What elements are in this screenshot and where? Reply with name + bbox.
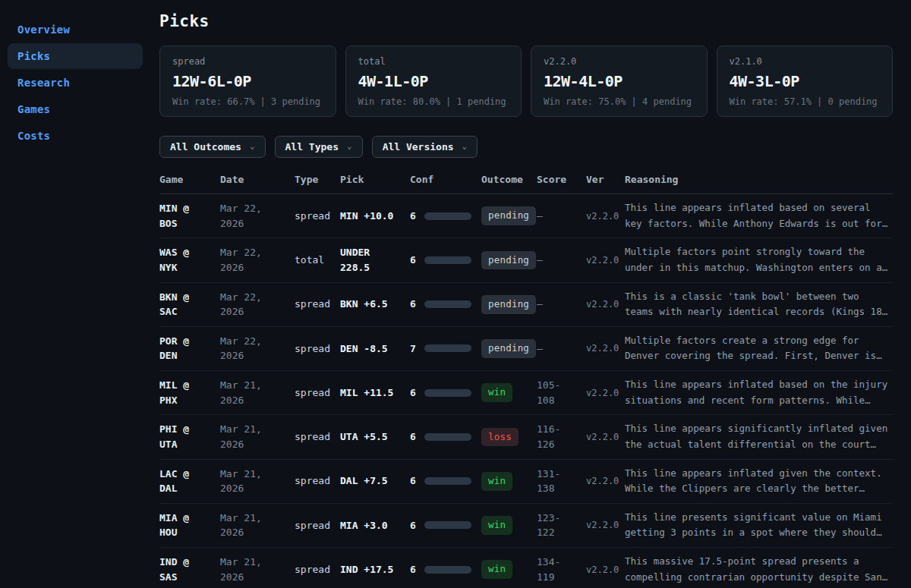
- cell-game: LAC @ DAL: [159, 467, 220, 496]
- cell-type: spread: [295, 385, 340, 401]
- stat-card-value: 4W-3L-0P: [730, 72, 881, 90]
- column-header-score: Score: [537, 174, 586, 185]
- conf-value: 6: [410, 429, 416, 445]
- cell-type: spread: [295, 209, 340, 224]
- cell-version: v2.2.0: [586, 386, 625, 400]
- table-row[interactable]: PHI @ UTA Mar 21, 2026 spread UTA +5.5 6…: [159, 415, 893, 459]
- cell-outcome: win: [481, 560, 537, 579]
- stat-card-value: 4W-1L-0P: [358, 72, 509, 90]
- table-row[interactable]: WAS @ NYK Mar 22, 2026 total UNDER 228.5…: [159, 238, 893, 282]
- table-row[interactable]: LAC @ DAL Mar 21, 2026 spread DAL +7.5 6…: [159, 460, 893, 504]
- types-filter[interactable]: All Types ⌄: [275, 136, 363, 158]
- cell-reasoning: This line presents significant value on …: [625, 510, 893, 541]
- column-header-game: Game: [159, 174, 220, 185]
- stat-card: spread 12W-6L-0P Win rate: 66.7% | 3 pen…: [159, 46, 336, 117]
- cell-score: 116-126: [537, 422, 586, 451]
- conf-value: 6: [410, 562, 416, 577]
- conf-bar: [424, 433, 471, 441]
- stat-card-label: v2.1.0: [730, 56, 881, 67]
- cell-score: 105-108: [537, 378, 586, 407]
- cell-game: IND @ SAS: [159, 555, 220, 584]
- cell-type: spread: [295, 562, 340, 577]
- cell-score: 123-122: [537, 511, 586, 540]
- stat-card-label: v2.2.0: [544, 56, 695, 67]
- cell-reasoning: This line appears inflated given the con…: [625, 466, 893, 497]
- stat-card: v2.2.0 12W-4L-0P Win rate: 75.0% | 4 pen…: [531, 46, 708, 117]
- cell-date: Mar 21, 2026: [220, 378, 295, 407]
- cell-conf: 7: [410, 341, 481, 357]
- cell-conf: 6: [410, 297, 481, 312]
- cell-type: spread: [295, 518, 340, 533]
- table-row[interactable]: POR @ DEN Mar 22, 2026 spread DEN -8.5 7…: [159, 327, 893, 371]
- conf-bar: [424, 212, 471, 220]
- versions-filter[interactable]: All Versions ⌄: [372, 136, 478, 158]
- cell-version: v2.2.0: [586, 563, 625, 577]
- stat-card-subtext: Win rate: 80.0% | 1 pending: [358, 96, 509, 107]
- cell-outcome: pending: [481, 251, 537, 270]
- cell-pick: UNDER 228.5: [340, 245, 410, 275]
- cell-game: PHI @ UTA: [159, 422, 220, 451]
- table-row[interactable]: MIA @ HOU Mar 21, 2026 spread MIA +3.0 6…: [159, 504, 893, 548]
- stat-card-value: 12W-4L-0P: [544, 72, 695, 90]
- cell-conf: 6: [410, 209, 481, 224]
- cell-conf: 6: [410, 518, 481, 533]
- main-content: Picks spread 12W-6L-0P Win rate: 66.7% |…: [150, 0, 911, 588]
- cell-reasoning: This line appears inflated based on seve…: [625, 200, 893, 231]
- cell-pick: UTA +5.5: [340, 429, 410, 445]
- stat-cards: spread 12W-6L-0P Win rate: 66.7% | 3 pen…: [159, 46, 893, 117]
- outcome-badge: win: [481, 383, 512, 402]
- table-body: MIN @ BOS Mar 22, 2026 spread MIN +10.0 …: [159, 194, 893, 588]
- cell-date: Mar 22, 2026: [220, 290, 295, 319]
- cell-type: spread: [295, 297, 340, 312]
- cell-score: –: [537, 297, 586, 312]
- stat-card: v2.1.0 4W-3L-0P Win rate: 57.1% | 0 pend…: [717, 46, 894, 117]
- cell-date: Mar 22, 2026: [220, 334, 295, 363]
- cell-game: BKN @ SAC: [159, 290, 220, 319]
- stat-card-value: 12W-6L-0P: [172, 72, 323, 90]
- cell-pick: DAL +7.5: [340, 473, 410, 489]
- cell-conf: 6: [410, 429, 481, 445]
- cell-reasoning: This is a classic 'tank bowl' between tw…: [625, 289, 893, 320]
- cell-outcome: win: [481, 472, 537, 491]
- cell-reasoning: Multiple factors create a strong edge fo…: [625, 333, 893, 364]
- cell-version: v2.2.0: [586, 518, 625, 532]
- chevron-down-icon: ⌄: [462, 141, 468, 151]
- conf-bar: [424, 521, 471, 529]
- outcome-badge: loss: [481, 428, 519, 447]
- cell-date: Mar 21, 2026: [220, 555, 295, 584]
- cell-outcome: pending: [481, 206, 537, 225]
- conf-bar: [424, 256, 471, 264]
- cell-outcome: win: [481, 516, 537, 535]
- cell-version: v2.2.0: [586, 430, 625, 444]
- table-row[interactable]: IND @ SAS Mar 21, 2026 spread IND +17.5 …: [159, 548, 893, 588]
- cell-pick: BKN +6.5: [340, 297, 410, 312]
- cell-score: –: [537, 253, 586, 268]
- app-root: OverviewPicksResearchGamesCosts Picks sp…: [0, 0, 911, 588]
- conf-bar: [424, 300, 471, 308]
- sidebar-item-costs[interactable]: Costs: [8, 123, 143, 149]
- table-row[interactable]: MIN @ BOS Mar 22, 2026 spread MIN +10.0 …: [159, 194, 893, 238]
- sidebar-item-research[interactable]: Research: [8, 70, 143, 96]
- cell-game: WAS @ NYK: [159, 245, 220, 275]
- cell-pick: MIA +3.0: [340, 518, 410, 533]
- cell-version: v2.2.0: [586, 209, 625, 223]
- conf-bar: [424, 344, 471, 352]
- cell-game: MIL @ PHX: [159, 378, 220, 407]
- table-row[interactable]: MIL @ PHX Mar 21, 2026 spread MIL +11.5 …: [159, 371, 893, 415]
- picks-table: GameDateTypePickConfOutcomeScoreVerReaso…: [159, 167, 893, 588]
- conf-value: 6: [410, 209, 416, 224]
- sidebar-item-overview[interactable]: Overview: [8, 17, 143, 42]
- cell-conf: 6: [410, 253, 481, 268]
- sidebar-nav: OverviewPicksResearchGamesCosts: [8, 17, 143, 149]
- sidebar-item-picks[interactable]: Picks: [8, 43, 143, 69]
- cell-score: 131-138: [537, 467, 586, 496]
- sidebar-item-games[interactable]: Games: [8, 96, 143, 122]
- table-row[interactable]: BKN @ SAC Mar 22, 2026 spread BKN +6.5 6…: [159, 283, 893, 327]
- cell-pick: DEN -8.5: [340, 341, 410, 357]
- filter-bar: All Outcomes ⌄ All Types ⌄ All Versions …: [159, 136, 893, 158]
- stat-card: total 4W-1L-0P Win rate: 80.0% | 1 pendi…: [345, 46, 522, 117]
- cell-outcome: loss: [481, 428, 537, 447]
- outcomes-filter[interactable]: All Outcomes ⌄: [159, 136, 266, 158]
- page-title: Picks: [159, 12, 893, 30]
- cell-game: POR @ DEN: [159, 334, 220, 363]
